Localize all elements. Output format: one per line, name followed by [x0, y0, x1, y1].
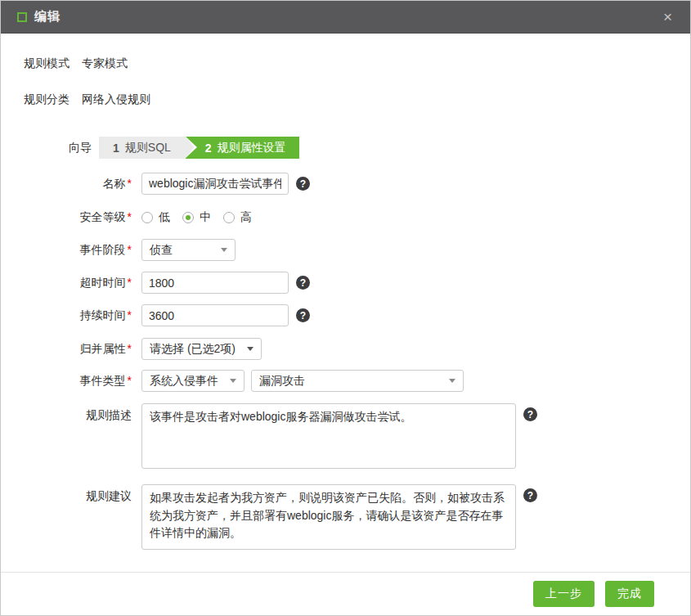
required-asterisk: *: [128, 342, 132, 355]
chevron-down-icon: [449, 379, 455, 383]
event-stage-select[interactable]: 侦查: [141, 239, 236, 261]
event-type-label: 事件类型*: [24, 374, 132, 389]
wizard-step-rule-properties[interactable]: 2 规则属性设置: [186, 137, 299, 159]
timeout-label: 超时时间*: [24, 276, 132, 290]
radio-icon[interactable]: [223, 212, 235, 223]
chevron-down-icon: [221, 248, 227, 252]
duration-label: 持续时间*: [24, 308, 132, 323]
name-input[interactable]: [141, 173, 289, 195]
event-type-subtype-value: 漏洞攻击: [259, 374, 305, 389]
rule-suggestion-row: 规则建议 如果攻击发起者为我方资产，则说明该资产已失陷。否则，如被攻击系统为我方…: [24, 484, 667, 550]
rule-description-textarea[interactable]: 该事件是攻击者对weblogic服务器漏洞做攻击尝试。: [141, 403, 516, 469]
edit-rule-dialog: 编辑 × 规则模式 专家模式 规则分类 网络入侵规则 向导 1 规则SQL 2 …: [0, 0, 691, 616]
required-asterisk: *: [128, 374, 132, 387]
help-icon[interactable]: ?: [523, 488, 537, 502]
rule-mode-value: 专家模式: [82, 56, 128, 71]
event-stage-row: 事件阶段* 侦查: [24, 239, 667, 261]
name-label: 名称*: [24, 177, 132, 191]
rule-category-label: 规则分类: [24, 92, 70, 107]
required-asterisk: *: [128, 276, 132, 289]
timeout-input[interactable]: [141, 272, 289, 294]
rule-category-value: 网络入侵规则: [82, 92, 150, 107]
dialog-content: 规则模式 专家模式 规则分类 网络入侵规则 向导 1 规则SQL 2 规则属性设…: [1, 56, 690, 550]
severity-row: 安全等级* 低 中 高: [24, 210, 667, 225]
severity-label: 安全等级*: [24, 210, 132, 225]
finish-button[interactable]: 完成: [605, 581, 654, 607]
merge-attrs-row: 归并属性* 请选择 (已选2项): [24, 338, 667, 360]
severity-option-high[interactable]: 高: [223, 210, 252, 225]
rule-mode-row: 规则模式 专家模式: [24, 56, 667, 71]
wizard-step-number: 1: [113, 142, 119, 155]
event-type-category-select[interactable]: 系统入侵事件: [141, 370, 245, 392]
help-icon[interactable]: ?: [296, 276, 310, 290]
wizard-step-number: 2: [205, 142, 212, 155]
close-icon[interactable]: ×: [660, 7, 675, 26]
rule-suggestion-textarea[interactable]: 如果攻击发起者为我方资产，则说明该资产已失陷。否则，如被攻击系统为我方资产，并且…: [141, 484, 516, 550]
wizard-step-label: 规则属性设置: [218, 141, 286, 155]
timeout-row: 超时时间* ?: [24, 272, 667, 294]
dialog-footer: 上一步 完成: [1, 572, 690, 615]
merge-attrs-dropdown[interactable]: 请选择 (已选2项): [141, 338, 262, 360]
required-asterisk: *: [128, 210, 132, 223]
severity-radio-group: 低 中 高: [141, 210, 264, 225]
event-stage-label: 事件阶段*: [24, 243, 132, 258]
required-asterisk: *: [128, 243, 132, 256]
severity-option-medium[interactable]: 中: [182, 210, 211, 225]
rule-mode-label: 规则模式: [24, 56, 70, 71]
wizard-row: 向导 1 规则SQL 2 规则属性设置: [24, 137, 667, 159]
dialog-square-icon: [17, 12, 27, 22]
merge-attrs-value: 请选择 (已选2项): [150, 342, 236, 357]
wizard-step-label: 规则SQL: [125, 141, 171, 155]
previous-step-button[interactable]: 上一步: [533, 581, 595, 607]
wizard-steps: 1 规则SQL 2 规则属性设置: [99, 137, 299, 159]
wizard-step-rule-sql[interactable]: 1 规则SQL: [99, 137, 186, 159]
event-type-subtype-select[interactable]: 漏洞攻击: [251, 370, 464, 392]
help-icon[interactable]: ?: [523, 407, 537, 421]
chevron-down-icon: [230, 379, 236, 383]
radio-icon[interactable]: [141, 212, 153, 223]
event-type-category-value: 系统入侵事件: [150, 374, 218, 389]
event-type-row: 事件类型* 系统入侵事件 漏洞攻击: [24, 370, 667, 392]
duration-row: 持续时间* ?: [24, 304, 667, 326]
rule-category-row: 规则分类 网络入侵规则: [24, 92, 667, 107]
required-asterisk: *: [128, 177, 132, 190]
severity-option-low[interactable]: 低: [141, 210, 170, 225]
help-icon[interactable]: ?: [296, 308, 310, 322]
rule-description-row: 规则描述 该事件是攻击者对weblogic服务器漏洞做攻击尝试。 ?: [24, 403, 667, 469]
dialog-titlebar: 编辑 ×: [1, 1, 690, 34]
name-row: 名称* ?: [24, 173, 667, 195]
chevron-down-icon: [247, 347, 254, 351]
radio-checked-icon[interactable]: [182, 212, 194, 223]
help-icon[interactable]: ?: [296, 177, 310, 191]
wizard-label: 向导: [69, 141, 92, 155]
event-stage-value: 侦查: [150, 243, 173, 258]
merge-attrs-label: 归并属性*: [24, 342, 132, 357]
required-asterisk: *: [128, 308, 132, 321]
duration-input[interactable]: [141, 304, 289, 326]
rule-description-label: 规则描述: [24, 403, 132, 423]
rule-suggestion-label: 规则建议: [24, 484, 132, 504]
dialog-title: 编辑: [34, 9, 61, 25]
